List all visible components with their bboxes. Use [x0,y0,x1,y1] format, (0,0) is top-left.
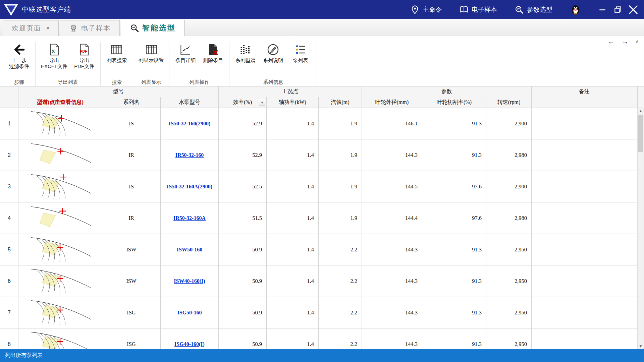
group-header-dutypoint: 工况点 [219,86,362,97]
list-icon [294,43,307,56]
tab-close-icon[interactable]: × [46,24,50,32]
col-header-efficiency[interactable]: 效率(%) ▼ [219,97,267,108]
back-icon [12,43,26,56]
pump-curve-thumbnail[interactable] [18,265,102,297]
ribbon-button-back[interactable]: 上一步过滤条件 [6,42,32,70]
ribbon-button-label: 列显示设置 [139,57,164,63]
ribbon-button-label: 系列说明 [263,57,283,63]
col-header-chart[interactable]: 型谱(点击查看信息) [18,97,102,108]
columns-icon [145,43,158,56]
ribbon-button-columns[interactable]: 列显示设置 [137,42,166,64]
ribbon-group-buttons: X导出EXCEL文件PDF导出PDF文件 [39,42,97,70]
ribbon-group-label: 列表显示 [133,79,169,85]
pump-curve-thumbnail[interactable] [18,202,102,234]
ribbon-button-delete[interactable]: 删除条目 [200,42,226,64]
series-name: IR [102,139,161,171]
series-name: ISW [102,234,161,265]
tab-ebook[interactable]: 电子样本 [60,20,120,36]
pump-curve-thumbnail[interactable] [18,171,102,202]
magnifier-icon [130,23,139,33]
pump-model-link[interactable]: IS50-32-160A(2900) [167,184,212,190]
impeller-diameter-value: 144.3 [362,234,422,265]
npsh-value: 1.9 [319,139,362,171]
col-header-model[interactable]: 水泵型号 [161,97,219,108]
detail-icon [179,43,192,56]
tab-bar: 欢迎页面 × 电子样本 智能选型 [0,19,644,36]
collapse-ribbon-icon[interactable]: ∧ [635,39,639,45]
pump-curve-thumbnail[interactable] [18,234,102,265]
ribbon-button-label: 列表搜索 [107,57,127,63]
row-number-column-header [0,86,18,108]
menu-ebook[interactable]: 电子样本 [459,5,497,14]
status-bar: 列出所有泵列表 [0,349,644,362]
impeller-diameter-value: 146.1 [362,108,422,139]
trim-ratio-value: 97.6 [422,202,486,234]
model-cell: ISG40-160(I) [161,328,219,349]
col-header-series[interactable]: 系列名 [102,97,161,108]
scroll-up-icon[interactable]: ▲ [638,108,644,114]
shaft-power-value: 1.4 [267,171,319,202]
ribbon-group-buttons: 条目详细删除条目 [173,42,226,64]
pump-curve-thumbnail[interactable] [18,328,102,349]
col-header-speed[interactable]: 转速(rpm) [486,97,532,108]
menu-param-selection[interactable]: 参数选型 [515,5,552,14]
status-text: 列出所有泵列表 [5,352,43,359]
menu-ebook-label: 电子样本 [472,5,497,14]
col-header-npsh[interactable]: 汽蚀(m) [319,97,362,108]
pump-curve-thumbnail[interactable] [18,139,102,171]
minimize-button[interactable] [595,3,610,16]
pin-icon [410,5,420,14]
note-value [532,108,637,139]
speed-value: 2,900 [486,108,532,139]
ribbon-group-2: 列表搜索搜索 [101,42,133,86]
series-name: IS [102,171,161,202]
scrollbar-header-spacer [637,86,644,108]
menu-main-command[interactable]: 主命令 [410,5,442,14]
model-cell: ISW50-160 [161,234,219,265]
ribbon-button-info[interactable]: 系列说明 [260,42,286,64]
ribbon-nav: ← → ∧ [608,38,639,46]
col-header-impeller-dia[interactable]: 叶轮外径(mm) [362,97,422,108]
pump-curve-thumbnail[interactable] [18,297,102,328]
pump-model-link[interactable]: ISW50-160 [177,247,202,253]
ribbon-button-excel[interactable]: X导出EXCEL文件 [39,42,69,70]
maximize-button[interactable] [610,3,626,16]
col-header-shaft-power[interactable]: 轴功率(kW) [267,97,319,108]
nav-forward-icon[interactable]: → [622,38,629,46]
ribbon-button-spectrum[interactable]: 系列型谱 [233,42,258,64]
vertical-scrollbar[interactable]: ▲ ▼ [637,108,644,349]
group-header-model: 型号 [18,86,219,97]
group-header-params: 参数 [362,86,532,97]
pump-model-link[interactable]: ISW40-160(I) [174,278,205,284]
ribbon-button-table[interactable]: 列表搜索 [104,42,129,64]
ribbon-button-pdf[interactable]: PDF导出PDF文件 [71,42,97,70]
pump-model-link[interactable]: IR50-32-160A [173,215,206,221]
model-cell: ISW40-160(I) [161,265,219,297]
results-table-area: 型号 工况点 参数 备注 型谱(点击查看信息) 系列名 水泵型号 效率(%) ▼… [0,86,644,349]
scrollbar-thumb[interactable] [638,115,643,152]
ribbon-button-label: 泵列表 [293,57,308,63]
ribbon-button-list[interactable]: 泵列表 [288,42,313,64]
efficiency-filter-dropdown-icon[interactable]: ▼ [259,99,265,106]
pump-curve-thumbnail[interactable] [18,108,102,139]
info-icon [266,43,280,56]
tab-welcome[interactable]: 欢迎页面 × [3,20,59,36]
pump-model-link[interactable]: IS50-32-160(2900) [169,121,210,127]
pump-model-link[interactable]: IR50-32-160 [175,152,204,158]
speed-value: 2,950 [486,297,532,328]
nav-back-icon[interactable]: ← [608,38,615,46]
close-button[interactable] [626,3,641,16]
scroll-down-icon[interactable]: ▼ [638,343,644,349]
pump-model-link[interactable]: ISG50-160 [177,310,202,316]
pump-gauge-icon [69,23,78,33]
app-window: 中联选型客户端 主命令 电子样本 参数选型 [0,0,644,362]
impeller-diameter-value: 144.5 [362,171,422,202]
ribbon-button-detail[interactable]: 条目详细 [173,42,198,64]
pump-model-link[interactable]: ISG40-160(I) [174,341,205,347]
trim-ratio-value: 91.3 [422,328,486,349]
trim-ratio-value: 91.3 [422,108,486,139]
qq-icon[interactable] [570,4,581,15]
row-number: 4 [0,202,18,234]
tab-smart-selection[interactable]: 智能选型 [121,20,185,36]
col-header-trim-ratio[interactable]: 叶轮切割率(%) [422,97,486,108]
